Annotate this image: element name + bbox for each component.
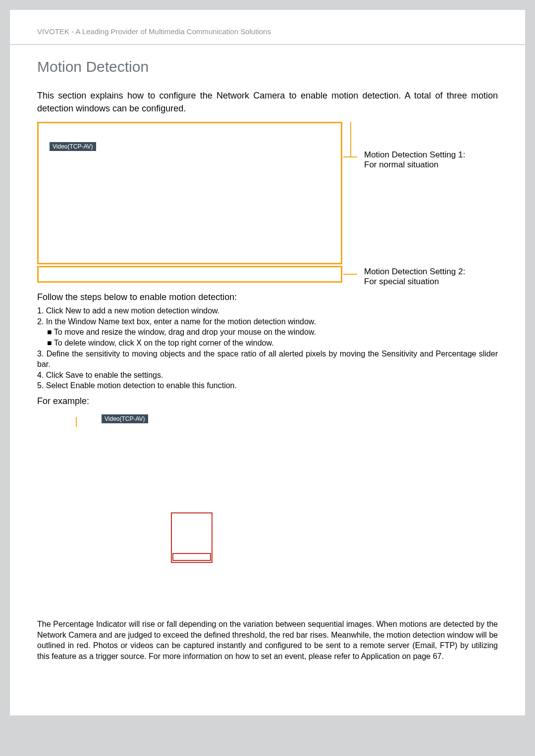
steps-list: 1. Click New to add a new motion detecti… [37,305,498,391]
follow-steps-heading: Follow the steps below to enable motion … [37,292,498,302]
callout1-connector-v [350,122,351,157]
for-example-label: For example: [37,396,498,406]
intro-paragraph: This section explains how to configure t… [37,89,498,115]
page-footer-bar [10,715,525,746]
callout2-text: Motion Detection Setting 2: For special … [364,267,465,287]
step-3: 3. Define the sensitivity to moving obje… [37,349,498,370]
callout2-connector-h [343,274,357,275]
callout1-text: Motion Detection Setting 1: For normal s… [364,150,465,170]
step-4: 4. Click Save to enable the settings. [37,370,498,381]
video-label-2: Video(TCP-AV) [102,414,148,423]
callout2-line1: Motion Detection Setting 2: [364,267,465,277]
page-title: Motion Detection [37,58,498,75]
step-5: 5. Select Enable motion detection to ena… [37,380,498,391]
callout2-line2: For special situation [364,277,465,287]
screenshot-area-1: Video(TCP-AV) Motion Detection Setting 1… [37,122,498,285]
screenshot-area-2: Video(TCP-AV) [37,408,498,619]
step-1: 1. Click New to add a new motion detecti… [37,305,498,316]
step-2: 2. In the Window Name text box, enter a … [37,316,498,327]
header-company-line: VIVOTEK - A Leading Provider of Multimed… [37,27,498,39]
callout1-line1: Motion Detection Setting 1: [364,150,465,160]
callout1-line2: For normal situation [364,160,465,170]
header-divider [10,44,525,45]
motion-indicator-red-box [172,553,211,561]
step-2a: ■ To move and resize the window, drag an… [37,327,498,338]
step-2b: ■ To delete window, click X on the top r… [37,338,498,349]
setting1-frame: Video(TCP-AV) [37,122,342,264]
setting2-frame [37,266,342,283]
percentage-paragraph: The Percentage Indicator will rise or fa… [37,619,498,661]
video-label-1: Video(TCP-AV) [50,142,96,151]
